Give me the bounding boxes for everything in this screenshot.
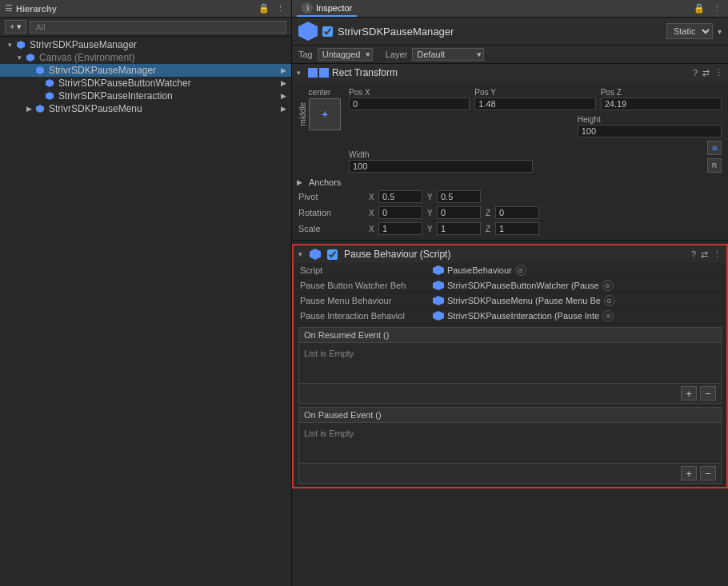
pb-title: Pause Behaviour (Script) <box>344 249 688 260</box>
script-select-circle[interactable]: ⊙ <box>515 265 526 276</box>
object-enabled-checkbox[interactable] <box>322 26 333 37</box>
height-input[interactable] <box>578 125 722 138</box>
tree-item-menu[interactable]: ▶ StrivrSDKPauseMenu ▶ <box>0 102 291 115</box>
script-field-value: PauseBehaviour ⊙ <box>433 265 720 276</box>
pivot-values: X Y <box>369 190 722 203</box>
rot-z-input[interactable] <box>495 206 539 219</box>
pos-x-input[interactable] <box>349 98 470 110</box>
inspector-header-right: 🔒 ⋮ <box>692 2 723 14</box>
tag-dropdown[interactable]: Untagged <box>318 48 373 61</box>
rect-main-layout: center middle <box>292 85 728 176</box>
pivot-y-label: Y <box>427 193 435 201</box>
pm-select-circle[interactable]: ⊙ <box>604 295 615 306</box>
pi-select-circle[interactable]: ⊙ <box>602 310 614 321</box>
tree-item-interaction[interactable]: StrivrSDKPauseInteraction ▶ <box>0 90 291 102</box>
pivot-x-input[interactable] <box>378 190 422 203</box>
add-button[interactable]: + ▾ <box>5 20 26 34</box>
width-input[interactable] <box>349 160 533 173</box>
scale-z-input[interactable] <box>495 222 539 235</box>
pause-button-row: Pause Button Watcher Beh StrivrSDKPauseB… <box>294 278 726 293</box>
pm-ref-icon <box>433 296 444 305</box>
more-icon-inspector[interactable]: ⋮ <box>711 2 723 14</box>
inspector-info-icon: ℹ <box>302 2 313 14</box>
lock-icon-inspector[interactable]: 🔒 <box>692 2 706 14</box>
rot-y-input[interactable] <box>437 206 481 219</box>
settings-icon-rect[interactable]: ⇄ <box>702 68 710 78</box>
pos-row: Pos X Pos Y Pos Z <box>349 88 722 110</box>
pbw-value: StrivrSDKPauseButtonWatcher (Pause <box>447 281 599 290</box>
pbw-select-circle[interactable]: ⊙ <box>602 280 614 291</box>
more-icon[interactable]: ⋮ <box>274 2 286 14</box>
scale-x-input[interactable] <box>378 222 422 235</box>
rotation-row: Rotation X Y Z <box>292 205 728 221</box>
on-paused-add-btn[interactable]: + <box>681 466 697 480</box>
pivot-label: Pivot <box>298 192 362 201</box>
inspector-content: StrivrSDKPauseManager Static ▾ Tag Untag… <box>292 18 728 586</box>
help-icon-rect[interactable]: ? <box>693 68 698 78</box>
tree-item-manager[interactable]: StrivrSDKPauseManager ▶ <box>0 64 291 77</box>
layer-dropdown-wrapper: Default ▾ <box>412 48 484 61</box>
on-resumed-label: On Resumed Event () <box>304 330 389 340</box>
pivot-x-label: X <box>369 193 377 201</box>
rect-transform-header[interactable]: ▾ Rect Transform ? ⇄ ⋮ <box>292 64 728 82</box>
menu-icon-pb[interactable]: ⋮ <box>713 249 722 260</box>
menu-icon-rect[interactable]: ⋮ <box>714 68 723 78</box>
pivot-y-field: Y <box>427 190 481 203</box>
tree-label-interaction: StrivrSDKPauseInteraction <box>58 90 173 102</box>
expand-arrow-menu: ▶ <box>24 105 34 113</box>
pivot-row: Pivot X Y <box>292 189 728 205</box>
on-resumed-body: List is Empty <box>299 343 721 383</box>
layer-label: Layer <box>386 50 408 59</box>
blueprint-icon[interactable]: ⊞ <box>707 141 722 155</box>
tree-label-root: StrivrSDKPauseManager <box>30 39 137 50</box>
anchors-row[interactable]: ▶ Anchors <box>292 176 728 189</box>
pos-y-input[interactable] <box>474 98 595 110</box>
pos-y-label: Pos Y <box>474 88 595 97</box>
rect-transform-body: center middle <box>292 82 728 240</box>
pos-z-input[interactable] <box>601 98 722 110</box>
hierarchy-header-left: ☰ Hierarchy <box>5 3 57 14</box>
r-button[interactable]: R <box>707 158 722 173</box>
settings-icon-pb[interactable]: ⇄ <box>701 249 708 260</box>
pm-value: StrivrSDKPauseMenu (Pause Menu Be <box>447 296 601 305</box>
object-header: StrivrSDKPauseManager Static ▾ <box>292 18 728 46</box>
inspector-panel: ℹ Inspector 🔒 ⋮ StrivrSDKPauseManager St… <box>292 0 728 586</box>
tree-item-canvas[interactable]: ▾ Canvas (Environment) <box>0 51 291 64</box>
layer-dropdown[interactable]: Default <box>412 48 484 61</box>
tag-dropdown-wrapper: Untagged ▾ <box>318 48 373 61</box>
on-resumed-add-btn[interactable]: + <box>681 386 697 401</box>
hierarchy-header: ☰ Hierarchy 🔒 ⋮ <box>0 0 291 18</box>
pb-enabled-checkbox[interactable] <box>327 249 338 260</box>
static-dropdown[interactable]: Static <box>666 23 713 39</box>
rotation-label: Rotation <box>298 208 362 217</box>
on-resumed-remove-btn[interactable]: − <box>700 386 716 401</box>
tag-layer-row: Tag Untagged ▾ Layer Default ▾ <box>292 46 728 64</box>
rect-collapse-arrow: ▾ <box>297 69 305 77</box>
rect-icon2 <box>319 68 329 78</box>
on-paused-remove-btn[interactable]: − <box>700 466 716 480</box>
cube-icon-root <box>14 39 27 50</box>
scale-y-label: Y <box>427 225 435 233</box>
on-resumed-empty: List is Empty <box>304 345 354 361</box>
rotation-values: X Y Z <box>369 206 722 219</box>
anchor-visual-box[interactable] <box>309 98 341 130</box>
scale-y-input[interactable] <box>437 222 481 235</box>
rect-icon <box>308 68 318 78</box>
tree-item-button-watcher[interactable]: StrivrSDKPauseButtonWatcher ▶ <box>0 77 291 90</box>
pivot-y-input[interactable] <box>437 190 481 203</box>
script-field-row: Script PauseBehaviour ⊙ <box>294 263 726 278</box>
scale-x-field: X <box>369 222 422 235</box>
hierarchy-tree: ▾ StrivrSDKPauseManager ▾ Canvas (Enviro… <box>0 37 291 586</box>
wh-row: Width Height ⊞ R <box>349 114 722 173</box>
inspector-tab-label: Inspector <box>316 3 352 13</box>
pause-behaviour-header[interactable]: ▾ Pause Behaviour (Script) ? ⇄ ⋮ <box>294 245 726 263</box>
pbw-ref-icon <box>433 281 444 290</box>
cube-icon-manager <box>34 65 46 76</box>
tag-label: Tag <box>298 50 313 59</box>
tree-item-root[interactable]: ▾ StrivrSDKPauseManager <box>0 38 291 51</box>
tab-inspector[interactable]: ℹ Inspector <box>297 1 357 17</box>
rot-x-input[interactable] <box>378 206 422 219</box>
search-input[interactable] <box>30 21 286 34</box>
lock-icon[interactable]: 🔒 <box>257 2 271 14</box>
help-icon-pb[interactable]: ? <box>691 249 696 259</box>
